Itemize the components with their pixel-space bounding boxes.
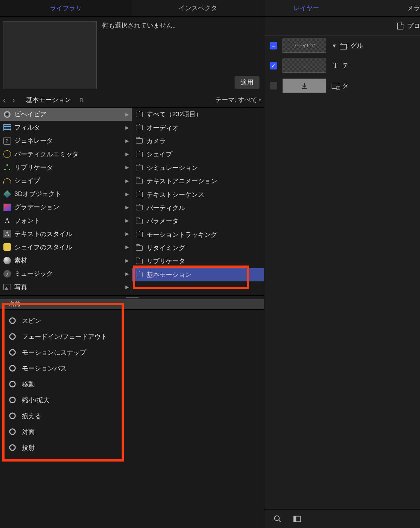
disclosure-triangle-icon[interactable]: ▼ bbox=[332, 43, 337, 49]
gear-icon bbox=[8, 443, 17, 452]
category-10[interactable]: シェイプのスタイル▶ bbox=[0, 241, 132, 254]
folder-icon bbox=[136, 138, 143, 144]
layer-row-0[interactable]: –ビヘイビア▼グル bbox=[264, 36, 420, 56]
sort-toggle-icon[interactable]: ⇅ bbox=[79, 97, 84, 103]
subcategory-label: シミュレーション bbox=[147, 164, 198, 172]
gear-icon bbox=[8, 428, 17, 436]
splitter-handle[interactable] bbox=[0, 295, 264, 299]
theme-filter[interactable]: テーマ: すべて ▾ bbox=[215, 96, 261, 104]
subcategory-0[interactable]: すべて（232項目） bbox=[132, 108, 264, 121]
category-8[interactable]: Aフォント▶ bbox=[0, 214, 132, 227]
subcategory-5[interactable]: テキストアニメーション bbox=[132, 174, 264, 188]
behavior-item-8[interactable]: 投射 bbox=[8, 440, 264, 455]
behavior-item-2[interactable]: モーションにスナップ bbox=[8, 344, 264, 360]
subcategory-4[interactable]: シミュレーション bbox=[132, 161, 264, 174]
category-label: シェイプ bbox=[14, 176, 40, 185]
subcategory-7[interactable]: パーティクル bbox=[132, 201, 264, 215]
path-title[interactable]: 基本モーション bbox=[26, 96, 71, 104]
nav-back-icon[interactable]: ‹ bbox=[3, 96, 6, 104]
subcategory-11[interactable]: リプリケータ bbox=[132, 255, 264, 268]
subcategory-2[interactable]: カメラ bbox=[132, 134, 264, 148]
behavior-item-5[interactable]: 縮小/拡大 bbox=[8, 392, 264, 408]
gear-icon bbox=[8, 316, 17, 325]
right-bottom-bar bbox=[264, 509, 420, 528]
apply-button[interactable]: 適用 bbox=[235, 76, 259, 89]
tab-inspector[interactable]: インスペクタ bbox=[132, 0, 264, 16]
category-2[interactable]: 2ジェネレータ▶ bbox=[0, 134, 132, 147]
subcategory-8[interactable]: パラメータ bbox=[132, 215, 264, 228]
category-icon bbox=[3, 150, 11, 158]
category-label: ビヘイビア bbox=[14, 110, 46, 119]
category-5[interactable]: シェイプ▶ bbox=[0, 174, 132, 187]
layer-row-2[interactable]: ↓タ bbox=[264, 76, 420, 96]
behavior-item-label: 揃える bbox=[22, 412, 41, 420]
category-7[interactable]: グラデーション▶ bbox=[0, 201, 132, 214]
list-header[interactable]: 名前 bbox=[0, 299, 264, 310]
category-icon: A bbox=[3, 216, 11, 225]
behavior-item-6[interactable]: 揃える bbox=[8, 408, 264, 424]
behavior-item-4[interactable]: 移動 bbox=[8, 376, 264, 392]
project-header[interactable]: プロ bbox=[264, 17, 420, 36]
layer-checkbox[interactable]: ✓ bbox=[270, 62, 277, 69]
layer-thumbnail[interactable]: ビヘイビア bbox=[283, 39, 326, 53]
behavior-item-1[interactable]: フェードイン/フェードアウト bbox=[8, 329, 264, 344]
svg-point-9 bbox=[11, 367, 14, 369]
tab-meta[interactable]: メラ bbox=[348, 0, 420, 16]
subcategory-label: すべて（232項目） bbox=[147, 110, 202, 119]
category-1[interactable]: フィルタ▶ bbox=[0, 121, 132, 134]
gear-icon bbox=[8, 348, 17, 357]
layer-checkbox[interactable]: – bbox=[270, 42, 277, 49]
subcategory-label: テキストアニメーション bbox=[147, 177, 217, 185]
category-0[interactable]: ビヘイビア▶ bbox=[0, 108, 132, 121]
tab-layers[interactable]: レイヤー bbox=[264, 0, 348, 16]
folder-icon bbox=[136, 259, 143, 264]
main-tabs: ライブラリ インスペクタ bbox=[0, 0, 264, 17]
category-3[interactable]: パーティクルエミッタ▶ bbox=[0, 148, 132, 161]
behavior-item-label: 移動 bbox=[22, 380, 35, 389]
category-icon bbox=[3, 243, 11, 251]
subcategory-label: テキストシーケンス bbox=[147, 190, 204, 199]
nav-forward-icon[interactable]: › bbox=[12, 96, 15, 104]
layer-checkbox[interactable] bbox=[270, 82, 277, 90]
right-tabs: レイヤー メラ bbox=[264, 0, 420, 17]
behavior-item-3[interactable]: モーションパス bbox=[8, 360, 264, 376]
tab-library[interactable]: ライブラリ bbox=[0, 0, 132, 16]
category-12[interactable]: ♪ミュージック▶ bbox=[0, 267, 132, 280]
svg-rect-23 bbox=[294, 516, 296, 522]
svg-point-11 bbox=[11, 383, 14, 385]
subcategory-12[interactable]: 基本モーション bbox=[132, 268, 264, 281]
subcategory-label: パラメータ bbox=[147, 217, 179, 225]
category-label: フィルタ bbox=[14, 123, 40, 132]
category-13[interactable]: 写真▶ bbox=[0, 280, 132, 293]
svg-line-21 bbox=[279, 520, 281, 522]
category-icon bbox=[3, 177, 11, 185]
subcategory-10[interactable]: リタイミング bbox=[132, 241, 264, 255]
behavior-item-0[interactable]: スピン bbox=[8, 313, 264, 329]
category-6[interactable]: 3Dオブジェクト▶ bbox=[0, 187, 132, 201]
category-icon bbox=[3, 283, 11, 291]
gear-icon bbox=[8, 380, 17, 388]
search-icon[interactable] bbox=[273, 515, 282, 523]
category-label: フォント bbox=[14, 216, 40, 225]
layer-thumbnail[interactable] bbox=[283, 79, 326, 93]
subcategory-9[interactable]: モーショントラッキング bbox=[132, 228, 264, 241]
behavior-item-label: 縮小/拡大 bbox=[22, 396, 49, 404]
chevron-right-icon: ▶ bbox=[125, 112, 129, 117]
panel-icon[interactable] bbox=[293, 515, 301, 523]
behavior-item-label: 投射 bbox=[22, 443, 35, 452]
folder-icon bbox=[136, 125, 143, 130]
layer-thumbnail[interactable]: … bbox=[283, 59, 326, 73]
chevron-right-icon: ▶ bbox=[125, 218, 129, 223]
category-9[interactable]: Aテキストのスタイル▶ bbox=[0, 227, 132, 241]
subcategory-1[interactable]: オーディオ bbox=[132, 121, 264, 134]
category-4[interactable]: リプリケータ▶ bbox=[0, 161, 132, 174]
subcategory-label: 基本モーション bbox=[147, 270, 191, 279]
folder-icon bbox=[136, 219, 143, 224]
category-11[interactable]: 素材▶ bbox=[0, 254, 132, 267]
category-icon bbox=[3, 190, 11, 198]
subcategory-6[interactable]: テキストシーケンス bbox=[132, 188, 264, 201]
category-label: テキストのスタイル bbox=[14, 230, 72, 238]
subcategory-3[interactable]: シェイプ bbox=[132, 148, 264, 161]
layer-row-1[interactable]: ✓…Tテ bbox=[264, 56, 420, 76]
behavior-item-7[interactable]: 対面 bbox=[8, 424, 264, 440]
